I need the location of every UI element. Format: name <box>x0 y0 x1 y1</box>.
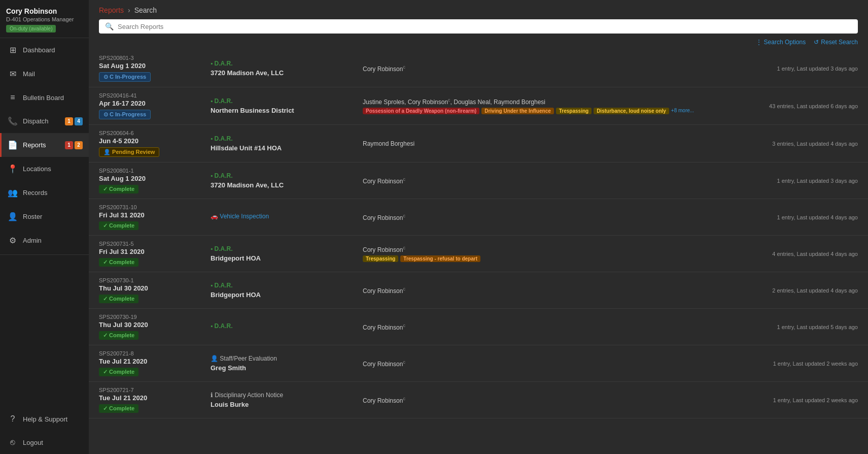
record-tag: Driving Under the Influence <box>481 108 554 114</box>
badges-reports: 12 <box>65 141 83 149</box>
table-row[interactable]: SPS200801-1Sat Aug 1 2020✓ Complete▪ D.A… <box>89 163 868 199</box>
record-officers: Raymond Borghesi <box>363 140 726 147</box>
record-type: ▪ D.A.R. <box>211 60 363 67</box>
record-meta: 1 entry, Last updated 3 days ago <box>726 66 858 72</box>
record-type: ▪ D.A.R. <box>211 282 363 289</box>
record-date: Fri Jul 31 2020 <box>99 211 211 219</box>
status-badge: ✓ Complete <box>99 258 138 267</box>
record-id: SPS200730-19 <box>99 314 211 320</box>
record-meta: 43 entries, Last updated 6 days ago <box>726 103 858 109</box>
record-id: SPS200731-5 <box>99 241 211 247</box>
record-tags: TrespassingTrespassing - refusal to depa… <box>363 255 726 262</box>
record-type-col: ▪ D.A.R. <box>211 322 363 332</box>
record-meta: 4 entries, Last updated 4 days ago <box>726 251 858 257</box>
sidebar-item-admin[interactable]: ⚙Admin <box>0 229 89 252</box>
search-input[interactable] <box>118 23 852 30</box>
breadcrumb-parent[interactable]: Reports <box>99 6 124 14</box>
table-row[interactable]: SPS200801-3Sat Aug 1 2020⊙ C In-Progress… <box>89 50 868 87</box>
sidebar: Cory Robinson D-401 Operations Manager O… <box>0 0 89 454</box>
record-type-col: 👤 Staff/Peer EvaluationGreg Smith <box>211 355 363 372</box>
search-wrapper: 🔍 <box>99 19 858 34</box>
table-row[interactable]: SPS200730-19Thu Jul 30 2020✓ Complete▪ D… <box>89 309 868 345</box>
sidebar-item-dashboard[interactable]: ⊞Dashboard <box>0 38 89 62</box>
record-id-col: SPS200801-3Sat Aug 1 2020⊙ C In-Progress <box>99 55 211 82</box>
badge-dispatch-blue: 4 <box>75 117 83 125</box>
breadcrumb: Reports › Search <box>89 0 868 14</box>
nav-items: ⊞Dashboard✉Mail≡Bulletin Board📞Dispatch1… <box>0 38 89 252</box>
record-date: Jun 4-5 2020 <box>99 137 211 145</box>
more-tags-link[interactable]: +8 more... <box>671 108 694 114</box>
record-location: Northern Business District <box>211 107 363 114</box>
record-officers: Cory Robinsonc <box>363 177 726 185</box>
record-type-col: ▪ D.A.R.3720 Madison Ave, LLC <box>211 172 363 189</box>
record-meta: 1 entry, Last updated 4 days ago <box>726 214 858 220</box>
user-name: Cory Robinson <box>6 7 83 15</box>
sidebar-item-logout[interactable]: ⎋Logout <box>0 431 89 454</box>
record-date: Tue Jul 21 2020 <box>99 358 211 365</box>
record-id-col: SPS200730-1Thu Jul 30 2020✓ Complete <box>99 277 211 303</box>
search-options-button[interactable]: ⋮ Search Options <box>756 39 806 46</box>
record-officers-col: Cory Robinsonc <box>363 396 726 404</box>
mail-icon: ✉ <box>8 69 18 79</box>
record-type: ▪ D.A.R. <box>211 172 363 179</box>
record-id: SPS200721-7 <box>99 387 211 393</box>
record-id-col: SPS200731-5Fri Jul 31 2020✓ Complete <box>99 241 211 267</box>
sidebar-label-reports: Reports <box>23 141 60 149</box>
search-options-icon: ⋮ <box>756 39 762 46</box>
sidebar-item-dispatch[interactable]: 📞Dispatch14 <box>0 109 89 133</box>
sidebar-item-bulletin[interactable]: ≡Bulletin Board <box>0 86 89 109</box>
record-officers: Cory Robinsonc <box>363 286 726 295</box>
record-id: SPS200801-1 <box>99 168 211 174</box>
sidebar-label-logout: Logout <box>23 439 83 446</box>
record-type: ▪ D.A.R. <box>211 322 363 330</box>
record-officers-col: Cory Robinsonc <box>363 177 726 185</box>
record-tag: Possession of a Deadly Weapon (non-firea… <box>363 108 479 114</box>
sidebar-label-records: Records <box>23 189 83 197</box>
main-content: Reports › Search 🔍 ⋮ Search Options ↺ Re… <box>89 0 868 454</box>
sidebar-item-mail[interactable]: ✉Mail <box>0 62 89 86</box>
record-tag: Disturbance, loud noise only <box>594 108 669 114</box>
sidebar-item-records[interactable]: 👥Records <box>0 181 89 205</box>
record-type: 👤 Staff/Peer Evaluation <box>211 355 363 362</box>
sidebar-label-roster: Roster <box>23 213 83 220</box>
sidebar-item-reports[interactable]: 📄Reports12 <box>0 133 89 157</box>
status-badge: ✓ Complete <box>99 404 138 413</box>
record-id-col: SPS200721-7Tue Jul 21 2020✓ Complete <box>99 387 211 413</box>
record-location: Bridgeport HOA <box>211 254 363 262</box>
record-location: Bridgeport HOA <box>211 291 363 299</box>
record-meta: 1 entry, Last updated 2 weeks ago <box>726 361 858 367</box>
sidebar-item-locations[interactable]: 📍Locations <box>0 157 89 181</box>
table-row[interactable]: SPS200731-10Fri Jul 31 2020✓ Complete🚗 V… <box>89 199 868 236</box>
sidebar-item-help[interactable]: ?Help & Support <box>0 407 89 431</box>
bulletin-icon: ≡ <box>8 93 18 102</box>
record-type-col: ℹ Disciplinary Action NoticeLouis Burke <box>211 392 363 408</box>
table-row[interactable]: SPS200731-5Fri Jul 31 2020✓ Complete▪ D.… <box>89 236 868 272</box>
record-tags: Possession of a Deadly Weapon (non-firea… <box>363 108 726 114</box>
record-type: ℹ Disciplinary Action Notice <box>211 392 363 399</box>
table-row[interactable]: SPS200721-8Tue Jul 21 2020✓ Complete👤 St… <box>89 345 868 382</box>
record-meta: 2 entries, Last updated 4 days ago <box>726 287 858 294</box>
badges-dispatch: 14 <box>65 117 83 125</box>
search-toolbar: ⋮ Search Options ↺ Reset Search <box>89 39 868 50</box>
dashboard-icon: ⊞ <box>8 45 18 55</box>
record-id-col: SPS200416-41Apr 16-17 2020⊙ C In-Progres… <box>99 92 211 119</box>
nav-bottom: ?Help & Support⎋Logout <box>0 407 89 454</box>
record-id-col: SPS200721-8Tue Jul 21 2020✓ Complete <box>99 350 211 376</box>
table-row[interactable]: SPS200604-6Jun 4-5 2020👤 Pending Review▪… <box>89 125 868 163</box>
record-id: SPS200721-8 <box>99 350 211 356</box>
record-id-col: SPS200731-10Fri Jul 31 2020✓ Complete <box>99 204 211 230</box>
record-date: Fri Jul 31 2020 <box>99 248 211 255</box>
sidebar-label-bulletin: Bulletin Board <box>23 94 83 102</box>
table-row[interactable]: SPS200416-41Apr 16-17 2020⊙ C In-Progres… <box>89 87 868 125</box>
status-badge: ✓ Complete <box>99 368 138 376</box>
sidebar-label-mail: Mail <box>23 70 83 78</box>
record-officers: Cory Robinsonc <box>363 245 726 253</box>
table-row[interactable]: SPS200721-7Tue Jul 21 2020✓ Completeℹ Di… <box>89 382 868 418</box>
records-list: SPS200801-3Sat Aug 1 2020⊙ C In-Progress… <box>89 50 868 454</box>
table-row[interactable]: SPS200730-1Thu Jul 30 2020✓ Complete▪ D.… <box>89 272 868 309</box>
search-icon: 🔍 <box>105 22 114 30</box>
sidebar-item-roster[interactable]: 👤Roster <box>0 205 89 229</box>
user-status: On-duty (available) <box>6 25 56 33</box>
reset-search-button[interactable]: ↺ Reset Search <box>814 39 858 46</box>
record-meta: 1 entry, Last updated 2 weeks ago <box>726 397 858 403</box>
